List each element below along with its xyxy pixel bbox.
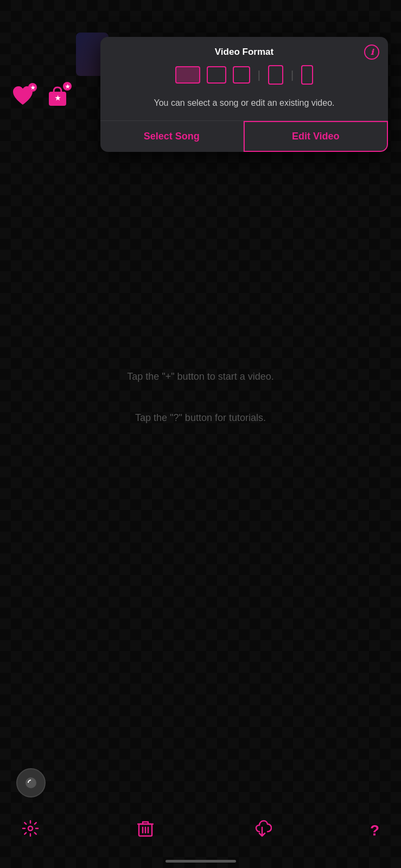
plus-hint: Tap the "+" button to start a video. <box>0 369 401 385</box>
info-button[interactable]: ℹ <box>364 44 379 60</box>
format-divider-2: | <box>291 69 294 81</box>
modal-description: You can select a song or edit an existin… <box>100 92 388 120</box>
bag-badge: ★ <box>63 82 72 91</box>
delete-button[interactable] <box>137 820 154 841</box>
format-portrait-button[interactable] <box>301 65 313 85</box>
heart-badge: ★ <box>28 83 37 92</box>
help-button[interactable]: ? <box>370 822 379 839</box>
edit-video-button[interactable]: Edit Video <box>244 121 389 152</box>
circle-inner-icon <box>24 776 37 789</box>
home-indicator <box>166 860 236 863</box>
format-selector-row: | | <box>100 58 388 92</box>
shop-button[interactable]: ★ ★ <box>46 84 69 110</box>
trash-icon <box>137 820 154 837</box>
format-landscape-button[interactable] <box>175 66 200 84</box>
select-song-button[interactable]: Select Song <box>100 121 244 152</box>
svg-point-3 <box>28 826 33 831</box>
format-square-button[interactable] <box>233 66 250 84</box>
format-portrait-mid-button[interactable] <box>268 65 283 85</box>
format-square-wide-button[interactable] <box>207 66 226 84</box>
dark-circle-button[interactable] <box>16 768 46 797</box>
top-left-icons: ★ ★ ★ <box>11 84 69 110</box>
modal-buttons: Select Song Edit Video <box>100 120 388 152</box>
svg-text:★: ★ <box>55 94 61 102</box>
modal-title: Video Format <box>111 47 377 58</box>
svg-point-2 <box>26 777 36 788</box>
question-hint: Tap the "?" button for tutorials. <box>0 412 401 424</box>
settings-icon <box>22 820 39 837</box>
settings-button[interactable] <box>22 820 39 841</box>
video-format-modal: Video Format ℹ | | You can select a song… <box>100 37 388 152</box>
download-button[interactable] <box>252 820 272 841</box>
modal-header: Video Format ℹ <box>100 37 388 58</box>
favorites-button[interactable]: ★ <box>11 85 35 109</box>
download-cloud-icon <box>252 820 272 837</box>
bottom-toolbar: ? <box>0 820 401 841</box>
format-divider: | <box>258 69 260 81</box>
